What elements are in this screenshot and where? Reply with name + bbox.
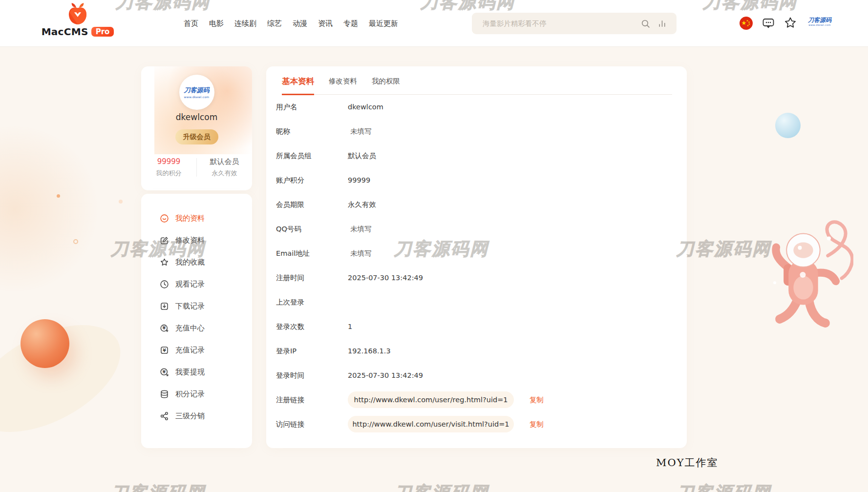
withdraw-icon: ¥ <box>160 368 169 377</box>
sidebar-item-label: 我要提现 <box>175 368 205 377</box>
ranking-icon[interactable] <box>657 19 667 28</box>
row-login-count: 登录次数 1 <box>276 314 672 339</box>
row-member-term: 会员期限 永久有效 <box>276 192 672 217</box>
tab-basic-info[interactable]: 基本资料 <box>282 76 314 95</box>
dkewl-logo[interactable]: 刀客源码 www.dkewl.com <box>805 17 834 26</box>
field-value: 未填写 <box>348 127 372 136</box>
profile-card: 刀客源码 www.dkewl.com dkewlcom 升级会员 99999 我… <box>141 66 252 190</box>
decor-dot <box>119 200 123 204</box>
sidebar-item-watch-history[interactable]: 观看记录 <box>141 273 252 295</box>
sidebar-menu: 我的资料 修改资料 我的收藏 观看记录 <box>141 194 252 448</box>
message-icon[interactable] <box>762 18 775 29</box>
sidebar-item-points-records[interactable]: 积分记录 <box>141 383 252 405</box>
row-login-ip: 登录IP 192.168.1.3 <box>276 339 672 363</box>
star-icon <box>160 258 169 267</box>
nav-item-topics[interactable]: 专题 <box>343 19 358 28</box>
field-label: 所属会员组 <box>276 151 348 161</box>
sidebar-item-label: 下载记录 <box>175 302 205 311</box>
decor-dot <box>57 194 60 198</box>
brand-name: MacCMS <box>42 26 88 38</box>
sidebar-item-distribution[interactable]: 三级分销 <box>141 405 252 427</box>
recharge-record-icon: ¥ <box>160 346 169 355</box>
profile-stats: 99999 我的积分 默认会员 永久有效 <box>141 157 252 178</box>
copy-visit-link-button[interactable]: 复制 <box>529 420 544 429</box>
nav-item-news[interactable]: 资讯 <box>318 19 333 28</box>
language-flag-icon[interactable]: ★ ★ ★ ★ ★ <box>740 17 753 30</box>
decor-pale-circle <box>0 126 98 292</box>
sidebar-item-favorites[interactable]: 我的收藏 <box>141 251 252 273</box>
page: 刀客源码网 刀客源码网 刀客源码网 刀客源码网 刀客源码网 刀客源码网 刀客源码… <box>0 0 868 492</box>
svg-text:¥: ¥ <box>163 348 166 353</box>
register-link-input[interactable] <box>348 391 514 408</box>
field-value: 永久有效 <box>348 200 376 209</box>
row-account-points: 账户积分 99999 <box>276 168 672 192</box>
profile-panel: 基本资料 修改资料 我的权限 用户名 dkewlcom 昵称 未填写 所属会员组… <box>266 66 687 448</box>
sidebar-item-recharge-records[interactable]: ¥ 充值记录 <box>141 339 252 361</box>
field-label: 昵称 <box>276 127 348 136</box>
share-icon <box>160 411 169 421</box>
sidebar-item-label: 三级分销 <box>175 411 205 421</box>
sidebar-item-edit-profile[interactable]: 修改资料 <box>141 229 252 251</box>
watermark: 刀客源码网 <box>394 481 489 492</box>
member-validity-label: 永久有效 <box>197 169 252 178</box>
row-register-time: 注册时间 2025-07-30 13:42:49 <box>276 266 672 290</box>
tab-edit-info[interactable]: 修改资料 <box>329 77 357 94</box>
field-label: 注册链接 <box>276 395 348 405</box>
sidebar-item-label: 我的资料 <box>175 214 205 223</box>
nav-item-home[interactable]: 首页 <box>184 19 198 28</box>
sidebar-item-label: 观看记录 <box>175 280 205 289</box>
field-value: 192.168.1.3 <box>348 347 391 355</box>
search-icon[interactable] <box>641 19 650 28</box>
profile-smiley-icon <box>160 214 169 223</box>
recharge-icon: ¥ <box>160 324 169 333</box>
username: dkewlcom <box>141 112 252 122</box>
field-list: 用户名 dkewlcom 昵称 未填写 所属会员组 默认会员 账户积分 9999… <box>266 95 687 436</box>
field-label: QQ号码 <box>276 225 348 234</box>
field-value: 99999 <box>348 176 370 184</box>
watermark: 刀客源码网 <box>110 481 206 492</box>
points-label: 我的积分 <box>141 169 196 178</box>
astronaut-illustration <box>753 209 853 332</box>
sidebar-item-withdraw[interactable]: ¥ 我要提现 <box>141 361 252 383</box>
nav-item-anime[interactable]: 动漫 <box>293 19 307 28</box>
sidebar-item-my-profile[interactable]: 我的资料 <box>141 207 252 229</box>
sidebar-item-label: 修改资料 <box>175 236 205 245</box>
decor-ring <box>73 239 78 244</box>
points-database-icon <box>160 390 169 399</box>
decor-blue-ball <box>775 113 801 138</box>
sidebar-item-label: 我的收藏 <box>175 258 205 267</box>
field-value: 未填写 <box>348 249 372 258</box>
nav-item-series[interactable]: 连续剧 <box>234 19 256 28</box>
sidebar-item-label: 充值记录 <box>175 346 205 355</box>
tabs: 基本资料 修改资料 我的权限 <box>282 66 672 95</box>
avatar-logo-text: 刀客源码 <box>184 86 210 95</box>
field-value: 默认会员 <box>348 151 376 161</box>
field-label: 登录次数 <box>276 322 348 331</box>
row-member-group: 所属会员组 默认会员 <box>276 144 672 168</box>
site-logo[interactable]: MacCMS Pro <box>47 2 108 38</box>
sidebar-item-recharge-center[interactable]: ¥ 充值中心 <box>141 317 252 339</box>
avatar-logo-url: www.dkewl.com <box>184 95 209 99</box>
field-value: dkewlcom <box>348 103 383 111</box>
nav-item-variety[interactable]: 综艺 <box>267 19 282 28</box>
search-input[interactable] <box>472 20 641 27</box>
upgrade-member-button[interactable]: 升级会员 <box>175 129 218 144</box>
svg-text:¥: ¥ <box>163 369 166 374</box>
decor-orange-ball <box>21 319 69 368</box>
favorite-star-icon[interactable] <box>783 16 797 30</box>
field-value: 1 <box>348 323 352 330</box>
main-nav: 首页 电影 连续剧 综艺 动漫 资讯 专题 最近更新 <box>184 0 398 47</box>
nav-item-movies[interactable]: 电影 <box>209 19 224 28</box>
sidebar-item-download-history[interactable]: 下载记录 <box>141 295 252 317</box>
apple-logo-icon <box>67 2 88 25</box>
visit-link-input[interactable] <box>348 416 514 432</box>
avatar[interactable]: 刀客源码 www.dkewl.com <box>179 75 214 110</box>
field-label: 账户积分 <box>276 176 348 185</box>
nav-item-recent-updates[interactable]: 最近更新 <box>369 19 398 28</box>
watermark: 刀客源码网 <box>676 237 771 261</box>
points-stat: 99999 我的积分 <box>141 157 196 178</box>
copy-register-link-button[interactable]: 复制 <box>529 395 544 405</box>
tab-permissions[interactable]: 我的权限 <box>372 77 400 94</box>
field-label: 会员期限 <box>276 200 348 209</box>
dkewl-logo-text: 刀客源码 <box>805 17 834 23</box>
